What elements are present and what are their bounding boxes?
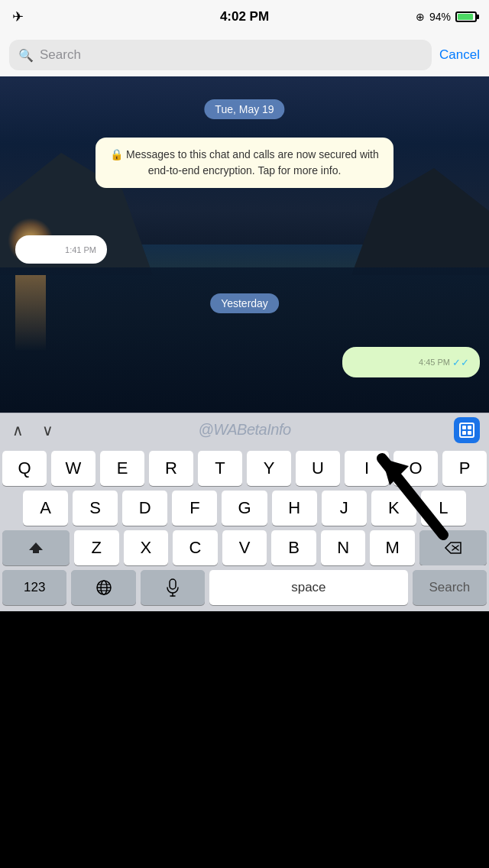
- numbers-key[interactable]: 123: [2, 570, 66, 605]
- keyboard: Q W E R T Y U I O P A S D F G H J K L Z …: [0, 446, 489, 611]
- key-h[interactable]: H: [272, 491, 317, 526]
- globe-key[interactable]: [71, 570, 135, 605]
- key-o[interactable]: O: [393, 451, 438, 486]
- key-a[interactable]: A: [23, 491, 68, 526]
- cancel-button[interactable]: Cancel: [439, 47, 480, 63]
- key-j[interactable]: J: [322, 491, 367, 526]
- key-x[interactable]: X: [124, 530, 169, 565]
- status-left: ✈: [12, 8, 24, 25]
- watermark: @WABetaInfo: [198, 421, 290, 439]
- keyboard-bottom-row: 123 space Search: [0, 565, 489, 611]
- system-message[interactable]: 🔒 Messages to this chat and calls are no…: [96, 138, 393, 188]
- key-p[interactable]: P: [442, 451, 487, 486]
- search-input[interactable]: [40, 47, 423, 63]
- shift-key[interactable]: [2, 530, 70, 565]
- location-icon: ⊕: [416, 11, 425, 23]
- status-right: ⊕ 94%: [416, 11, 477, 23]
- system-message-text: 🔒 Messages to this chat and calls are no…: [110, 148, 379, 177]
- grid-cell-2: [468, 426, 471, 429]
- key-c[interactable]: C: [173, 530, 218, 565]
- key-g[interactable]: G: [222, 491, 267, 526]
- search-input-container[interactable]: 🔍: [9, 40, 432, 70]
- search-icon: 🔍: [18, 48, 34, 63]
- read-checkmarks: ✓✓: [452, 356, 469, 370]
- key-v[interactable]: V: [222, 530, 267, 565]
- water-reflection: [0, 267, 489, 413]
- key-d[interactable]: D: [122, 491, 167, 526]
- key-w[interactable]: W: [51, 451, 96, 486]
- key-k[interactable]: K: [371, 491, 416, 526]
- battery-percent: 94%: [429, 11, 451, 23]
- delete-key[interactable]: [419, 530, 487, 565]
- key-u[interactable]: U: [296, 451, 340, 486]
- key-e[interactable]: E: [100, 451, 144, 486]
- received-message[interactable]: 1:41 PM: [15, 235, 107, 264]
- keyboard-row-2: A S D F G H J K L: [0, 486, 489, 526]
- space-key[interactable]: space: [209, 570, 408, 605]
- key-r[interactable]: R: [149, 451, 193, 486]
- keyboard-row-3: Z X C V B N M: [0, 526, 489, 565]
- battery-icon: [455, 11, 477, 22]
- chat-area: Tue, May 19 🔒 Messages to this chat and …: [0, 76, 489, 413]
- toolbar-arrows: ∧ ∨: [12, 421, 53, 439]
- date-bubble-1: Tue, May 19: [204, 99, 284, 119]
- key-m[interactable]: M: [370, 530, 415, 565]
- reflection-glow: [15, 275, 46, 351]
- received-time: 1:41 PM: [26, 245, 96, 256]
- grid-cell-4: [468, 431, 471, 435]
- status-time: 4:02 PM: [220, 9, 269, 24]
- battery-fill: [458, 14, 473, 20]
- arrow-up-button[interactable]: ∧: [12, 421, 24, 439]
- status-bar: ✈ 4:02 PM ⊕ 94%: [0, 0, 489, 34]
- keyboard-row-1: Q W E R T Y U I O P: [0, 446, 489, 486]
- date-bubble-2: Yesterday: [210, 293, 279, 313]
- key-l[interactable]: L: [421, 491, 466, 526]
- search-bar: 🔍 Cancel: [0, 34, 489, 76]
- key-y[interactable]: Y: [247, 451, 291, 486]
- keyboard-toolbar: ∧ ∨ @WABetaInfo: [0, 413, 489, 446]
- grid-cell-1: [462, 426, 466, 429]
- app-grid-icon: [459, 423, 474, 438]
- key-i[interactable]: I: [345, 451, 389, 486]
- key-s[interactable]: S: [73, 491, 118, 526]
- key-z[interactable]: Z: [74, 530, 119, 565]
- key-q[interactable]: Q: [2, 451, 47, 486]
- key-b[interactable]: B: [271, 530, 316, 565]
- sent-time: 4:45 PM ✓✓: [353, 356, 469, 370]
- key-f[interactable]: F: [172, 491, 217, 526]
- key-n[interactable]: N: [321, 530, 366, 565]
- key-t[interactable]: T: [198, 451, 242, 486]
- search-key[interactable]: Search: [413, 570, 487, 605]
- arrow-down-button[interactable]: ∨: [42, 421, 53, 439]
- battery-indicator: [455, 11, 477, 22]
- grid-cell-3: [462, 431, 466, 435]
- airplane-icon: ✈: [12, 8, 24, 25]
- microphone-key[interactable]: [141, 570, 205, 605]
- app-icon-button[interactable]: [454, 417, 480, 443]
- svg-rect-9: [170, 579, 176, 589]
- sent-message[interactable]: 4:45 PM ✓✓: [342, 347, 480, 377]
